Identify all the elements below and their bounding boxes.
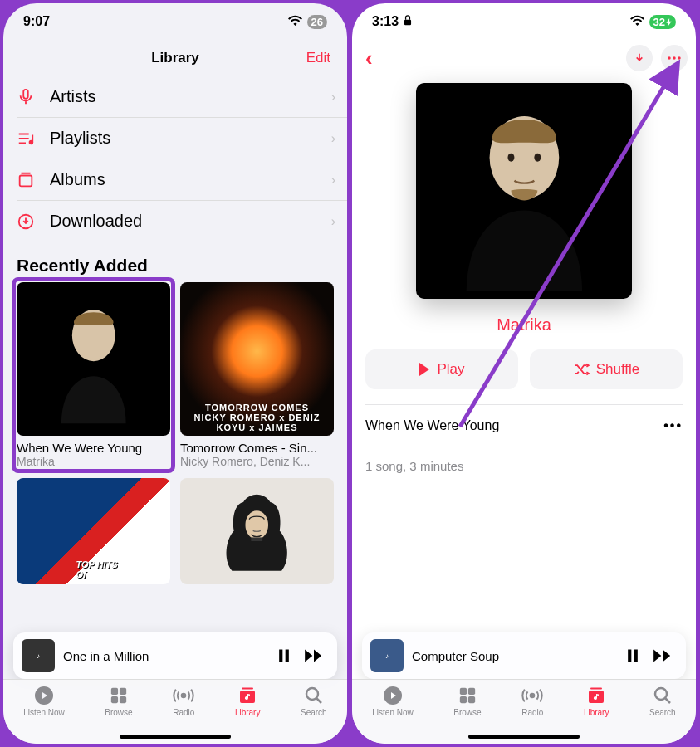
svg-point-3: [72, 310, 115, 361]
wifi-icon: [288, 14, 302, 29]
chevron-right-icon: ›: [331, 131, 335, 146]
more-button[interactable]: [661, 45, 688, 71]
track-more-icon[interactable]: •••: [663, 418, 683, 433]
tab-listen-now[interactable]: Listen Now: [23, 685, 64, 744]
status-time: 3:13: [372, 14, 399, 29]
play-button[interactable]: Play: [365, 349, 518, 389]
album-detail-screen: 3:13 32 ‹ Matrika Play Shuffle When We W…: [352, 3, 696, 744]
pause-button[interactable]: [618, 641, 648, 671]
download-button[interactable]: [626, 45, 653, 71]
now-playing-art: ♪: [22, 639, 55, 672]
radio-icon: [521, 685, 543, 706]
library-icon: [237, 685, 258, 706]
svg-rect-17: [404, 20, 411, 26]
svg-rect-6: [279, 650, 282, 662]
menu-item-albums[interactable]: Albums ›: [17, 159, 347, 201]
pause-button[interactable]: [269, 641, 299, 671]
svg-point-13: [182, 694, 186, 698]
album-meta: 1 song, 3 minutes: [365, 459, 683, 473]
album-card[interactable]: When We Were Young Matrika: [17, 282, 170, 468]
album-art: TOMORROW COMES NICKY ROMERO x DENIZ KOYU…: [180, 282, 334, 436]
album-artist: Matrika: [17, 455, 170, 468]
menu-label: Playlists: [50, 129, 331, 148]
now-playing-title: One in a Million: [63, 649, 269, 663]
grid-icon: [108, 685, 130, 706]
svg-point-32: [531, 694, 535, 698]
tab-listen-now[interactable]: Listen Now: [372, 685, 413, 744]
wifi-icon: [630, 14, 644, 29]
search-icon: [652, 685, 673, 706]
album-art: [17, 282, 170, 436]
artist-name[interactable]: Matrika: [352, 315, 696, 334]
svg-rect-30: [460, 696, 467, 703]
grid-icon: [457, 685, 478, 706]
menu-item-artists[interactable]: Artists ›: [17, 76, 347, 118]
svg-point-22: [507, 154, 514, 162]
svg-rect-7: [286, 650, 289, 662]
library-header: Library Edit: [3, 40, 347, 76]
album-art-large[interactable]: [416, 83, 632, 299]
svg-point-19: [673, 56, 675, 59]
mic-icon: [17, 88, 50, 106]
svg-rect-31: [468, 696, 475, 703]
track-row[interactable]: When We Were Young •••: [365, 404, 683, 447]
now-playing-bar[interactable]: ♪ Computer Soup: [362, 632, 686, 679]
menu-label: Albums: [50, 170, 331, 189]
now-playing-title: Computer Soup: [412, 649, 618, 663]
radio-icon: [173, 685, 194, 706]
chevron-right-icon: ›: [331, 173, 335, 188]
now-playing-art: ♪: [370, 639, 404, 672]
library-screen: 9:07 26 Library Edit Artists › Playlists…: [3, 3, 347, 744]
track-name: When We Were Young: [365, 418, 663, 433]
edit-button[interactable]: Edit: [306, 50, 330, 66]
battery-icon: 32: [649, 15, 676, 29]
tab-search[interactable]: Search: [649, 685, 676, 744]
svg-rect-5: [252, 538, 263, 542]
home-indicator[interactable]: [120, 735, 231, 739]
svg-rect-1: [20, 175, 32, 186]
tab-library[interactable]: Library: [235, 685, 261, 744]
album-art[interactable]: TOP HITS Of: [17, 478, 170, 584]
section-recently-added: Recently Added: [17, 256, 334, 276]
svg-rect-26: [634, 650, 638, 662]
menu-label: Downloaded: [50, 212, 331, 231]
next-button[interactable]: [299, 641, 329, 671]
album-art[interactable]: [180, 478, 334, 584]
menu-item-playlists[interactable]: Playlists ›: [17, 118, 347, 159]
album-title: Tomorrow Comes - Sin...: [180, 441, 334, 455]
svg-point-23: [534, 154, 541, 162]
download-icon: [17, 212, 50, 231]
home-indicator[interactable]: [468, 735, 580, 739]
svg-point-20: [678, 56, 680, 59]
status-time: 9:07: [23, 14, 50, 29]
menu-item-downloaded[interactable]: Downloaded ›: [17, 201, 347, 242]
svg-rect-34: [590, 688, 602, 690]
next-button[interactable]: [648, 641, 678, 671]
svg-rect-28: [460, 688, 467, 695]
svg-point-35: [655, 688, 667, 700]
tab-search[interactable]: Search: [301, 685, 327, 744]
page-title: Library: [151, 50, 199, 66]
playlist-icon: [17, 129, 50, 148]
svg-point-4: [246, 511, 269, 540]
svg-rect-12: [120, 696, 126, 703]
album-title: When We Were Young: [17, 441, 170, 455]
now-playing-bar[interactable]: ♪ One in a Million: [13, 632, 337, 679]
album-card[interactable]: TOMORROW COMES NICKY ROMERO x DENIZ KOYU…: [180, 282, 334, 468]
svg-rect-11: [111, 696, 118, 703]
search-icon: [303, 685, 325, 706]
svg-rect-9: [111, 688, 118, 695]
shuffle-button[interactable]: Shuffle: [530, 349, 683, 389]
menu-label: Artists: [50, 87, 331, 106]
svg-rect-15: [242, 688, 253, 690]
back-button[interactable]: ‹: [360, 46, 378, 71]
tab-library[interactable]: Library: [584, 685, 609, 744]
svg-rect-25: [628, 650, 631, 662]
battery-icon: 26: [307, 15, 327, 29]
album-artist: Nicky Romero, Deniz K...: [180, 455, 334, 468]
play-circle-icon: [382, 685, 404, 706]
chevron-right-icon: ›: [331, 214, 335, 229]
svg-rect-10: [120, 688, 126, 695]
status-bar: 9:07 26: [3, 3, 347, 40]
svg-point-16: [306, 688, 318, 700]
